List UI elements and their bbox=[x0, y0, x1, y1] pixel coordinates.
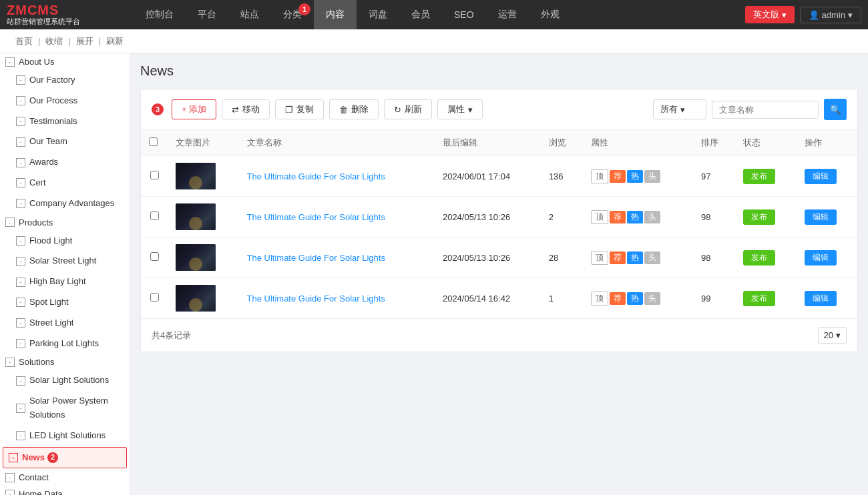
search-button[interactable]: 🔍 bbox=[824, 99, 847, 120]
admin-button[interactable]: 👤 admin ▾ bbox=[800, 7, 861, 23]
expand-icon-factory: - bbox=[16, 75, 25, 85]
expand-icon-products: - bbox=[5, 217, 15, 227]
article-status[interactable]: 发布 bbox=[735, 197, 796, 237]
search-input[interactable] bbox=[712, 101, 819, 119]
tag-头[interactable]: 头 bbox=[644, 211, 660, 223]
tag-顶[interactable]: 顶 bbox=[591, 292, 608, 306]
nav-seo[interactable]: SEO bbox=[442, 0, 486, 29]
top-nav: ZMCMS 站群营销管理系统平台 控制台 平台 站点 分类 1 内容 词盘 会员… bbox=[0, 0, 868, 29]
tag-热[interactable]: 热 bbox=[627, 292, 643, 305]
status-button[interactable]: 发布 bbox=[743, 250, 775, 266]
status-button[interactable]: 发布 bbox=[743, 291, 775, 306]
sidebar-item-cert[interactable]: - Cert bbox=[0, 173, 130, 193]
article-status[interactable]: 发布 bbox=[735, 278, 796, 319]
sidebar-item-awards[interactable]: - Awards bbox=[0, 152, 130, 173]
article-status[interactable]: 发布 bbox=[735, 237, 796, 278]
sidebar-group-solutions[interactable]: - Solutions bbox=[0, 354, 130, 370]
article-action[interactable]: 编辑 bbox=[797, 237, 857, 278]
article-status[interactable]: 发布 bbox=[735, 156, 796, 197]
sidebar-item-our-process[interactable]: - Our Process bbox=[0, 91, 130, 111]
article-title[interactable]: The Ultimate Guide For Solar Lights bbox=[239, 156, 435, 197]
article-sort: 98 bbox=[693, 237, 735, 278]
attr-button[interactable]: 属性 ▾ bbox=[437, 99, 483, 119]
delete-button[interactable]: 🗑 删除 bbox=[329, 99, 379, 119]
sidebar-item-company-advantages[interactable]: - Company Advantages bbox=[0, 193, 130, 214]
sidebar-item-testimonials[interactable]: - Testimonials bbox=[0, 111, 130, 132]
sidebar-item-led-solutions[interactable]: - LED Light Solutions bbox=[0, 426, 130, 446]
nav-platform[interactable]: 平台 bbox=[186, 0, 228, 29]
breadcrumb-expand[interactable]: 展开 bbox=[71, 35, 99, 47]
tag-荐[interactable]: 荐 bbox=[610, 292, 626, 305]
article-action[interactable]: 编辑 bbox=[797, 278, 857, 319]
breadcrumb-home[interactable]: 首页 bbox=[10, 35, 38, 47]
sidebar-item-news[interactable]: - News 2 bbox=[3, 447, 127, 469]
sidebar-item-contact[interactable]: - Contact bbox=[0, 469, 130, 486]
select-all-checkbox[interactable] bbox=[149, 137, 158, 146]
sidebar-item-solar-power-solutions[interactable]: - Solar Power System Solutions bbox=[0, 391, 130, 426]
nav-operation[interactable]: 运营 bbox=[486, 0, 529, 29]
sidebar-item-flood-light[interactable]: - Flood Light bbox=[0, 231, 130, 252]
content-area: News 3 + 添加 ⇄ 移动 ❐ 复制 🗑 删除 ↻ bbox=[130, 53, 868, 495]
copy-button[interactable]: ❐ 复制 bbox=[275, 99, 324, 119]
language-button[interactable]: 英文版 ▾ bbox=[745, 6, 795, 23]
sidebar-item-solar-light-solutions[interactable]: - Solar Light Solutions bbox=[0, 370, 130, 391]
tag-热[interactable]: 热 bbox=[627, 252, 643, 264]
tag-顶[interactable]: 顶 bbox=[591, 251, 608, 265]
status-button[interactable]: 发布 bbox=[743, 209, 775, 225]
row-checkbox-1[interactable] bbox=[150, 211, 159, 220]
expand-icon-team: - bbox=[16, 137, 25, 147]
tag-热[interactable]: 热 bbox=[627, 211, 643, 223]
row-checkbox-3[interactable] bbox=[150, 293, 159, 302]
page-size-select[interactable]: 20 ▾ bbox=[818, 327, 847, 344]
nav-dashboard[interactable]: 控制台 bbox=[134, 0, 186, 29]
nav-member[interactable]: 会员 bbox=[399, 0, 442, 29]
filter-select[interactable]: 所有 ▾ bbox=[653, 99, 706, 119]
tag-顶[interactable]: 顶 bbox=[591, 210, 608, 224]
expand-icon-solar-power: - bbox=[16, 404, 25, 413]
sidebar-item-our-factory[interactable]: - Our Factory bbox=[0, 70, 130, 91]
edit-button[interactable]: 编辑 bbox=[805, 169, 837, 184]
article-title[interactable]: The Ultimate Guide For Solar Lights bbox=[239, 237, 435, 278]
row-checkbox-0[interactable] bbox=[150, 171, 159, 179]
nav-category[interactable]: 分类 1 bbox=[271, 0, 314, 29]
add-button[interactable]: + 添加 bbox=[172, 99, 216, 119]
tag-顶[interactable]: 顶 bbox=[591, 169, 608, 183]
sidebar-item-spot-light[interactable]: - Spot Light bbox=[0, 292, 130, 313]
edit-button[interactable]: 编辑 bbox=[805, 291, 837, 306]
row-checkbox-2[interactable] bbox=[150, 252, 159, 261]
nav-sites[interactable]: 站点 bbox=[228, 0, 271, 29]
sidebar-item-solar-street-light[interactable]: - Solar Street Light bbox=[0, 251, 130, 272]
nav-content[interactable]: 内容 bbox=[314, 0, 357, 29]
article-thumbnail bbox=[168, 278, 239, 319]
move-button[interactable]: ⇄ 移动 bbox=[222, 99, 270, 119]
col-views: 浏览 bbox=[541, 130, 583, 156]
sidebar-group-products[interactable]: - Products bbox=[0, 214, 130, 231]
tag-热[interactable]: 热 bbox=[627, 170, 643, 183]
sidebar-item-our-team[interactable]: - Our Team bbox=[0, 131, 130, 152]
sidebar-group-about-us[interactable]: - About Us bbox=[0, 53, 130, 70]
tag-荐[interactable]: 荐 bbox=[610, 170, 626, 183]
status-button[interactable]: 发布 bbox=[743, 169, 775, 184]
refresh-button[interactable]: ↻ 刷新 bbox=[384, 99, 432, 119]
tag-荐[interactable]: 荐 bbox=[610, 211, 626, 223]
article-action[interactable]: 编辑 bbox=[797, 197, 857, 237]
nav-appearance[interactable]: 外观 bbox=[529, 0, 572, 29]
tag-头[interactable]: 头 bbox=[644, 252, 660, 264]
breadcrumb-collapse[interactable]: 收缩 bbox=[40, 35, 68, 47]
tag-荐[interactable]: 荐 bbox=[610, 252, 626, 264]
breadcrumb-refresh[interactable]: 刷新 bbox=[101, 35, 129, 47]
article-action[interactable]: 编辑 bbox=[797, 156, 857, 197]
sidebar-group-home-data[interactable]: - Home Data bbox=[0, 486, 130, 495]
article-title[interactable]: The Ultimate Guide For Solar Lights bbox=[239, 278, 435, 319]
tag-头[interactable]: 头 bbox=[644, 292, 660, 305]
edit-button[interactable]: 编辑 bbox=[805, 209, 837, 225]
sidebar-item-high-bay-light[interactable]: - High Bay Light bbox=[0, 272, 130, 292]
nav-lexicon[interactable]: 词盘 bbox=[357, 0, 399, 29]
table-row: The Ultimate Guide For Solar Lights2024/… bbox=[141, 278, 857, 319]
tag-头[interactable]: 头 bbox=[644, 170, 660, 183]
col-checkbox bbox=[141, 130, 168, 156]
edit-button[interactable]: 编辑 bbox=[805, 250, 837, 266]
sidebar-item-street-light[interactable]: - Street Light bbox=[0, 313, 130, 334]
sidebar-item-parking-lot[interactable]: - Parking Lot Lights bbox=[0, 334, 130, 354]
article-title[interactable]: The Ultimate Guide For Solar Lights bbox=[239, 197, 435, 237]
